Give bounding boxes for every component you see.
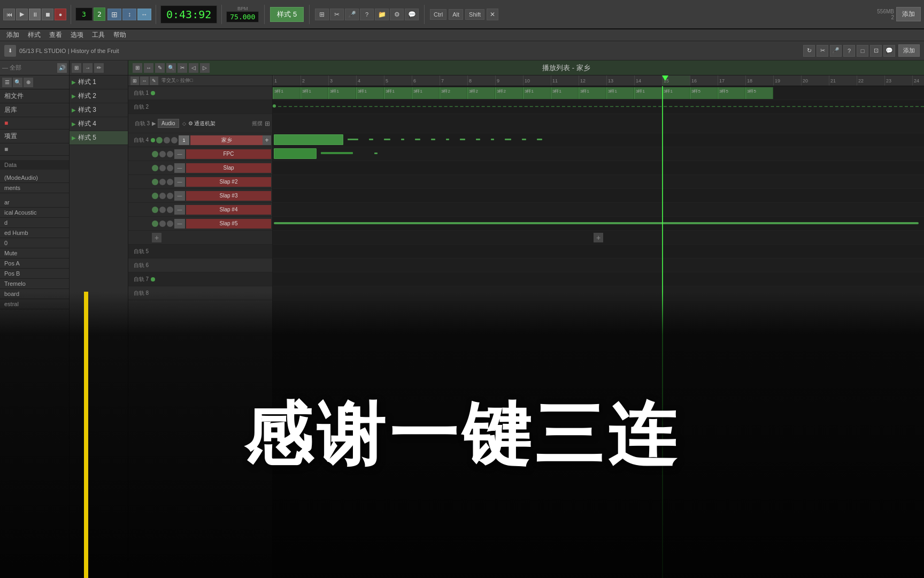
track-3-menu[interactable]: ⊞ [265, 120, 270, 127]
alt-btn[interactable]: Alt [449, 9, 463, 20]
help-icon[interactable]: ? [360, 9, 374, 20]
channel-name-slap4[interactable]: Slap #4 [186, 205, 271, 215]
channel-name-slap[interactable]: Slap [186, 163, 271, 173]
channel-add[interactable]: + [263, 135, 271, 145]
ch2-ctrl-3[interactable] [167, 165, 173, 171]
cut-icon[interactable]: ✂ [330, 9, 344, 20]
pattern-2[interactable]: ▶ 样式 2 [70, 89, 128, 103]
ch-ctrl-2[interactable] [159, 151, 166, 157]
ch-dash[interactable]: — [174, 149, 185, 159]
ch-ctrl-1[interactable] [152, 151, 158, 157]
add-btn-2[interactable]: 添加 [898, 44, 920, 57]
ch5-ctrl-2[interactable] [159, 207, 166, 213]
track-header-icon-2[interactable]: ↔ [140, 77, 149, 85]
menu-help[interactable]: 帮助 [109, 29, 130, 41]
record-btn[interactable]: ● [55, 9, 66, 20]
browser-search-icon[interactable]: 🔍 [13, 78, 22, 87]
channel-name-slap3[interactable]: Slap #3 [186, 191, 271, 201]
channel-name-slap5[interactable]: Slap #5 [186, 219, 271, 229]
ch4-ctrl-3[interactable] [167, 193, 173, 199]
ch6-ctrl-2[interactable] [159, 220, 166, 227]
track-ctrl-2[interactable] [164, 137, 170, 143]
chat-icon[interactable]: 💬 [405, 9, 419, 20]
playlist-icon-4[interactable]: 🔍 [166, 63, 176, 73]
playlist-icon-3[interactable]: ✎ [155, 63, 165, 73]
mode-btn-2[interactable]: ↕ [122, 9, 136, 20]
playlist-icon-2[interactable]: ↔ [144, 63, 153, 73]
channel-name-fpc[interactable]: FPC [186, 149, 271, 159]
ch3-ctrl-3[interactable] [167, 179, 173, 185]
folder-icon[interactable]: 📁 [375, 9, 389, 20]
menu-options[interactable]: 选项 [66, 29, 88, 41]
ch2-dash[interactable]: — [174, 163, 185, 173]
track-ctrl-1[interactable] [156, 137, 163, 143]
ch2-ctrl-2[interactable] [159, 165, 166, 171]
speaker-icon[interactable]: 🔊 [57, 63, 67, 73]
pattern-1[interactable]: ▶ 样式 1 [70, 75, 128, 89]
browser-nav-icon[interactable]: ☰ [2, 78, 12, 87]
folder2-icon[interactable]: □ [857, 45, 868, 57]
x-btn[interactable]: ✕ [487, 9, 498, 20]
notif-icon-btn[interactable]: ⬇ [4, 45, 16, 57]
add-channel-btn[interactable]: + [152, 233, 161, 242]
browser-ments[interactable]: ments [0, 183, 69, 193]
instrument-pos-b[interactable]: Pos B [0, 269, 69, 279]
channel-name-slap2[interactable]: Slap #2 [186, 177, 271, 187]
ch6-dash[interactable]: — [174, 219, 185, 229]
play-btn[interactable]: ▶ [16, 9, 28, 20]
ch3-dash[interactable]: — [174, 177, 185, 187]
ch4-dash[interactable]: — [174, 191, 185, 201]
ch6-ctrl-1[interactable] [152, 220, 158, 227]
share-icon[interactable]: ⊡ [870, 45, 882, 57]
channel-name-home[interactable]: 家乡 [190, 135, 263, 145]
ch3-ctrl-2[interactable] [159, 179, 166, 185]
channel-num-1[interactable]: 1 [179, 135, 189, 145]
playlist-icon-7[interactable]: ▷ [200, 63, 210, 73]
ch2-ctrl-1[interactable] [152, 165, 158, 171]
stop-btn[interactable]: ⏹ [42, 9, 53, 20]
instrument-pos-a[interactable]: Pos A [0, 258, 69, 269]
refresh-icon[interactable]: ↻ [803, 45, 815, 57]
playlist-icon-1[interactable]: ⊞ [133, 63, 142, 73]
track-header-icon-3[interactable]: ✎ [150, 77, 158, 85]
pat-icon-2[interactable]: → [83, 63, 93, 73]
menu-tools[interactable]: 工具 [88, 29, 109, 41]
pattern-5[interactable]: ▶ 样式 5 [70, 131, 128, 145]
add-track-btn[interactable]: + [594, 233, 603, 242]
track-header-icon-1[interactable]: ⊞ [130, 77, 139, 85]
instrument-0[interactable]: 0 [0, 238, 69, 248]
browser-item-library[interactable]: 居库 [0, 103, 69, 117]
browser-more-icon[interactable]: ⊕ [24, 78, 33, 87]
track-3-play-icon[interactable]: ▶ [152, 120, 156, 126]
ch5-ctrl-3[interactable] [167, 207, 173, 213]
instrument-tremelo[interactable]: Tremelo [0, 279, 69, 289]
add-button[interactable]: 添加 [896, 7, 921, 21]
mic-icon[interactable]: 🎤 [345, 9, 359, 20]
instrument-ar[interactable]: ar [0, 197, 69, 208]
channel-rack-btn[interactable]: ⚙ 通道机架 [188, 120, 216, 127]
instrument-d[interactable]: d [0, 218, 69, 228]
scissors-icon[interactable]: ✂ [817, 45, 828, 57]
pattern-selector[interactable]: 样式 5 [270, 7, 304, 22]
mode-btn-3[interactable]: ↔ [137, 9, 151, 20]
mode-btn-1[interactable]: ⊞ [107, 9, 121, 20]
audio-track-btn[interactable]: Audio [158, 119, 179, 128]
grid-icon[interactable]: ⊞ [315, 9, 329, 20]
bpm-display[interactable]: 75.000 [226, 11, 259, 22]
ch4-ctrl-1[interactable] [152, 193, 158, 199]
ch5-ctrl-1[interactable] [152, 207, 158, 213]
ch3-ctrl-1[interactable] [152, 179, 158, 185]
menu-style[interactable]: 样式 [24, 29, 45, 41]
browser-item-red[interactable]: ■ [0, 117, 69, 130]
pattern-4[interactable]: ▶ 样式 4 [70, 117, 128, 131]
ch-ctrl-3[interactable] [167, 151, 173, 157]
instrument-ical-acoustic[interactable]: ical Acoustic [0, 208, 69, 218]
pause-btn[interactable]: ⏸ [29, 9, 41, 20]
menu-add[interactable]: 添加 [2, 29, 24, 41]
playlist-icon-6[interactable]: ◁ [189, 63, 198, 73]
pat-icon-3[interactable]: ✏ [94, 63, 104, 73]
browser-item-settings[interactable]: 项置 [0, 130, 69, 143]
mic2-icon[interactable]: 🎤 [830, 45, 842, 57]
ch6-ctrl-3[interactable] [167, 220, 173, 227]
browser-item-files[interactable]: 相文件 [0, 89, 69, 103]
